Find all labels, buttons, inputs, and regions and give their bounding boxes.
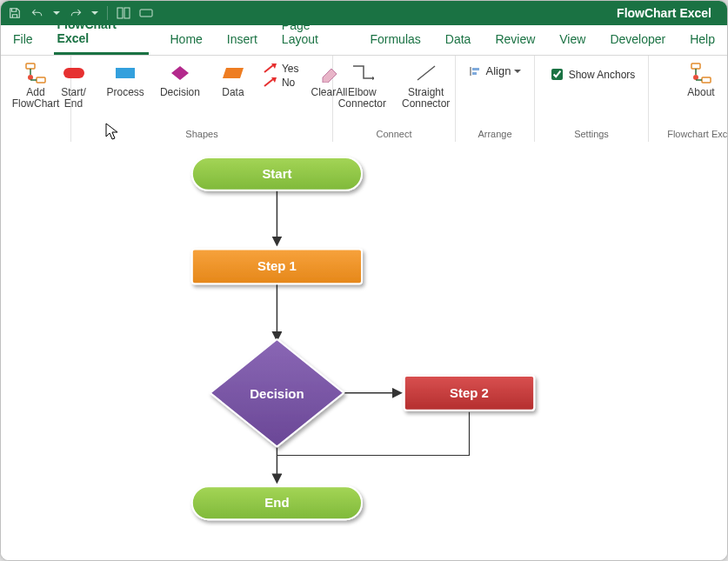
ribbon-tabs: File FlowChart Excel Home Insert Page La…: [1, 25, 727, 56]
group-connect-label: Connect: [342, 127, 446, 141]
elbow-connector-icon: [348, 63, 376, 83]
shape-step2-label: Step 2: [450, 385, 489, 400]
svg-rect-7: [116, 68, 135, 78]
align-icon: [469, 65, 483, 77]
svg-point-5: [28, 75, 33, 80]
tab-insert[interactable]: Insert: [224, 27, 261, 55]
shape-step2[interactable]: Step 2: [404, 376, 534, 411]
tab-developer[interactable]: Developer: [606, 27, 669, 55]
svg-marker-9: [223, 68, 244, 78]
flowchart-about-icon: [687, 63, 715, 83]
group-shapes: Start/ End Process Decision: [71, 56, 333, 143]
show-anchors-input[interactable]: [551, 69, 563, 80]
pen-yes-icon: [263, 63, 278, 74]
label: Show Anchors: [569, 69, 636, 81]
align-dropdown-button[interactable]: Align: [467, 61, 524, 81]
label: Process: [107, 87, 144, 98]
group-settings: Show Anchors Settings: [535, 56, 649, 143]
ribbon: Add FlowChart Start/ End Process: [1, 56, 727, 144]
shape-start-end-button[interactable]: Start/ End: [53, 61, 95, 111]
flowchart-svg: Start Step 1 Decision Step 2 End: [1, 142, 727, 560]
label: Align: [486, 64, 511, 77]
svg-rect-3: [26, 63, 35, 69]
terminator-icon: [60, 63, 88, 83]
undo-icon[interactable]: [30, 6, 44, 20]
label: Straight Connector: [402, 87, 450, 110]
svg-rect-4: [37, 77, 45, 83]
tab-flowchart-excel[interactable]: FlowChart Excel: [54, 12, 150, 55]
group-connect: Elbow Connector Straight Connector Conne…: [333, 56, 456, 143]
tab-page-layout[interactable]: Page Layout: [278, 13, 350, 55]
show-anchors-checkbox[interactable]: Show Anchors: [546, 61, 638, 88]
svg-rect-6: [63, 68, 84, 78]
shape-data-button[interactable]: Data: [212, 61, 254, 100]
group-shapes-label: Shapes: [80, 127, 324, 141]
label: Start/ End: [61, 87, 86, 110]
app-title: FlowChart Excel: [617, 6, 727, 20]
yes-line-button[interactable]: Yes: [263, 63, 299, 75]
shape-step1[interactable]: Step 1: [192, 249, 362, 284]
tab-help[interactable]: Help: [686, 27, 718, 55]
decision-icon: [166, 63, 194, 83]
flowchart-icon: [22, 63, 50, 83]
group-about-label: Flowchart Excel: [658, 127, 728, 141]
save-icon[interactable]: [8, 6, 22, 20]
shape-decision[interactable]: Decision: [210, 339, 344, 446]
svg-line-14: [417, 66, 435, 80]
tab-file[interactable]: File: [10, 27, 37, 55]
straight-connector-icon: [412, 63, 440, 83]
straight-connector-button[interactable]: Straight Connector: [398, 61, 453, 111]
tab-formulas[interactable]: Formulas: [366, 27, 424, 55]
label: No: [282, 77, 295, 89]
label: Decision: [160, 87, 200, 98]
shape-start[interactable]: Start: [192, 157, 362, 190]
about-button[interactable]: About: [680, 61, 722, 100]
group-label: [10, 127, 62, 141]
svg-rect-17: [472, 72, 477, 75]
tab-view[interactable]: View: [556, 27, 589, 55]
label: Data: [222, 87, 244, 98]
svg-marker-13: [372, 77, 374, 80]
group-arrange: Align Arrange: [456, 56, 535, 143]
data-icon: [219, 63, 247, 83]
pen-no-icon: [263, 77, 278, 88]
svg-rect-16: [472, 68, 479, 70]
svg-rect-18: [691, 63, 700, 69]
label: About: [687, 87, 714, 98]
svg-rect-19: [702, 77, 711, 83]
shape-start-label: Start: [262, 166, 291, 181]
shape-step1-label: Step 1: [257, 258, 297, 273]
shape-decision-label: Decision: [250, 386, 304, 401]
flowchart-canvas[interactable]: Start Step 1 Decision Step 2 End: [1, 142, 727, 560]
svg-marker-8: [171, 66, 189, 80]
label: Yes: [282, 63, 299, 75]
no-line-button[interactable]: No: [263, 77, 295, 89]
tab-review[interactable]: Review: [491, 27, 538, 55]
group-settings-label: Settings: [544, 127, 639, 141]
shape-end[interactable]: End: [192, 486, 362, 519]
svg-point-20: [693, 75, 698, 80]
tab-home[interactable]: Home: [166, 27, 205, 55]
shape-end-label: End: [264, 495, 289, 510]
tab-data[interactable]: Data: [442, 27, 475, 55]
chevron-down-icon: [514, 68, 521, 75]
elbow-connector-button[interactable]: Elbow Connector: [335, 61, 390, 111]
label: Elbow Connector: [338, 87, 386, 110]
group-about: About Flowchart Excel: [649, 56, 728, 143]
process-icon: [111, 63, 139, 83]
shape-process-button[interactable]: Process: [104, 61, 148, 100]
shape-decision-button[interactable]: Decision: [157, 61, 204, 100]
app-window: FlowChart Excel File FlowChart Excel Hom…: [0, 0, 728, 561]
group-arrange-label: Arrange: [464, 127, 525, 141]
